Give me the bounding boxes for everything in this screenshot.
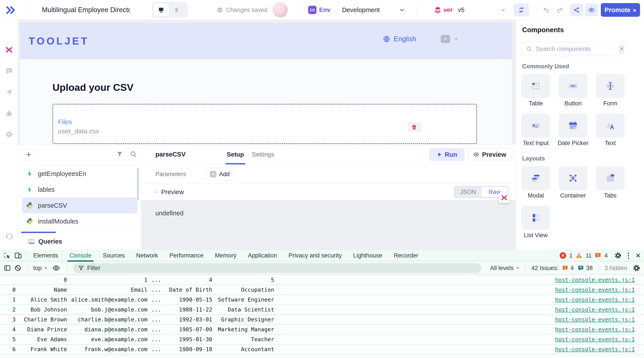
devtools-tab-privacy-and-security[interactable]: Privacy and security xyxy=(283,250,348,261)
send-icon[interactable] xyxy=(5,88,13,96)
console-source-link[interactable]: host-console-events.js:1 xyxy=(555,306,635,313)
delete-file-button[interactable] xyxy=(408,122,421,132)
component-tile-text[interactable] xyxy=(596,114,624,138)
inspect-element-icon[interactable] xyxy=(3,252,11,260)
issues-count[interactable]: 4 xyxy=(604,252,608,259)
promote-button[interactable]: Promote » xyxy=(601,3,640,17)
tooljet-logo-icon[interactable] xyxy=(5,5,16,15)
add-query-button[interactable] xyxy=(22,148,35,161)
component-tile-datepicker[interactable] xyxy=(559,114,587,138)
share-button[interactable] xyxy=(570,4,583,16)
gear-icon[interactable] xyxy=(5,130,13,138)
cloud-check-icon xyxy=(216,6,223,13)
toggle-json[interactable]: JSON xyxy=(455,187,481,197)
devtools-tab-memory[interactable]: Memory xyxy=(209,250,242,261)
context-selector[interactable]: top xyxy=(33,265,48,272)
component-tile-container[interactable] xyxy=(559,166,587,190)
version-selector[interactable]: v5 xyxy=(458,0,464,20)
devtools-tab-elements[interactable]: Elements xyxy=(28,250,64,261)
warning-count[interactable]: 11 xyxy=(586,252,592,259)
error-count[interactable]: 1 xyxy=(569,252,572,259)
devtools-tab-console[interactable]: Console xyxy=(64,250,97,261)
query-list-scrollbar[interactable] xyxy=(137,168,139,200)
bug-icon[interactable] xyxy=(5,109,13,117)
console-source-link[interactable]: host-console-events.js:1 xyxy=(555,316,635,323)
devtools-tab-application[interactable]: Application xyxy=(242,250,283,261)
add-parameter-button[interactable]: Add xyxy=(206,168,234,180)
console-source-link[interactable]: host-console-events.js:1 xyxy=(555,346,635,352)
component-tile-modal[interactable] xyxy=(522,166,550,190)
devtools-tab-recorder[interactable]: Recorder xyxy=(388,250,424,261)
redo-icon xyxy=(556,6,563,14)
divider xyxy=(67,264,68,272)
undo-button[interactable] xyxy=(541,5,552,15)
devtools-close-icon[interactable]: ✕ xyxy=(636,252,641,260)
component-tile-table[interactable] xyxy=(522,74,550,98)
console-source-link[interactable]: host-console-events.js:1 xyxy=(555,326,635,333)
query-list-item-getEmployeesEn[interactable]: getEmployeesEn xyxy=(22,166,137,182)
console-source-link[interactable]: host-console-events.js:1 xyxy=(555,296,635,303)
filter-queries-icon[interactable] xyxy=(116,150,124,158)
devtools-menu-icon[interactable]: ⋮ xyxy=(625,251,632,260)
error-badge-icon[interactable]: ✕ xyxy=(560,252,566,259)
component-tile-label: Text Input xyxy=(517,140,554,146)
run-query-button[interactable]: Run xyxy=(429,148,464,161)
console-source-link[interactable]: host-console-events.js:1 xyxy=(555,286,635,293)
devtools-tab-network[interactable]: Network xyxy=(130,250,164,261)
queries-footer-tab[interactable]: Queries xyxy=(18,233,141,250)
console-settings-icon[interactable] xyxy=(632,264,640,272)
component-tile-text-input[interactable] xyxy=(522,114,550,138)
devtools-tab-performance[interactable]: Performance xyxy=(164,250,210,261)
console-source-link[interactable]: host-console-events.js:1 xyxy=(555,336,635,342)
query-list-item-installModules[interactable]: installModules xyxy=(22,214,137,229)
issues-badge-icon[interactable] xyxy=(595,252,601,259)
redo-button[interactable] xyxy=(554,5,565,15)
devtools-settings-icon[interactable] xyxy=(614,252,622,259)
datepicker-icon xyxy=(567,120,579,132)
desktop-toggle-button[interactable] xyxy=(154,3,169,16)
query-list-item-lables[interactable]: lables xyxy=(22,182,137,198)
live-expression-icon[interactable] xyxy=(52,264,60,272)
mobile-toggle-button[interactable] xyxy=(169,3,184,16)
clear-search-button[interactable]: ✕ xyxy=(619,44,624,54)
devtools: ElementsConsoleSourcesNetworkPerformance… xyxy=(0,250,644,358)
clear-language-button[interactable]: ✕ xyxy=(441,35,450,43)
component-tile-button[interactable] xyxy=(559,74,587,98)
version-chevron-icon[interactable] xyxy=(500,7,506,13)
log-levels-dropdown[interactable]: All levels xyxy=(490,265,520,272)
env-chevron-icon[interactable] xyxy=(399,7,405,13)
chat-icon[interactable] xyxy=(5,67,13,75)
query-name[interactable]: parseCSV xyxy=(156,151,186,158)
tooljet-x-icon[interactable] xyxy=(5,46,13,54)
headset-icon[interactable] xyxy=(5,232,13,240)
release-sync-button[interactable] xyxy=(514,4,529,16)
console-sidebar-icon[interactable] xyxy=(4,264,11,272)
component-search-input[interactable] xyxy=(536,46,615,52)
device-toolbar-icon[interactable] xyxy=(14,252,22,260)
devtools-tab-sources[interactable]: Sources xyxy=(97,250,130,261)
console-filter-input[interactable]: Filter xyxy=(73,263,481,273)
query-list-item-parseCSV[interactable]: parseCSV xyxy=(22,198,137,214)
console-source-link[interactable]: host-console-events.js:1 xyxy=(555,277,635,283)
tab-settings[interactable]: Settings xyxy=(252,144,274,164)
clear-console-icon[interactable] xyxy=(14,264,22,272)
preview-section-toggle[interactable]: Preview xyxy=(154,188,184,196)
language-value[interactable]: English xyxy=(394,35,416,43)
search-queries-icon[interactable] xyxy=(130,150,137,158)
component-tile-tabs[interactable] xyxy=(596,166,624,190)
language-caret-icon[interactable] xyxy=(454,36,459,42)
file-upload-dropzone[interactable]: Files user_data.csv xyxy=(52,104,477,144)
component-tile-listview[interactable] xyxy=(522,206,550,230)
env-selector[interactable]: Development xyxy=(342,0,380,20)
preview-query-button[interactable]: Preview xyxy=(467,148,512,161)
devtools-tab-lighthouse[interactable]: Lighthouse xyxy=(348,250,388,261)
python-icon xyxy=(26,202,34,209)
app-title[interactable]: Multilingual Employee Director xyxy=(42,6,130,14)
language-dropdown[interactable]: English ✕ xyxy=(383,35,459,43)
issues-summary[interactable]: 42 Issues: 4 38 xyxy=(532,265,593,272)
component-tile-form[interactable] xyxy=(596,74,624,98)
avatar[interactable] xyxy=(273,2,288,18)
preview-app-button[interactable] xyxy=(585,4,598,16)
warning-badge-icon[interactable] xyxy=(576,252,582,259)
tab-setup[interactable]: Setup xyxy=(227,144,244,164)
